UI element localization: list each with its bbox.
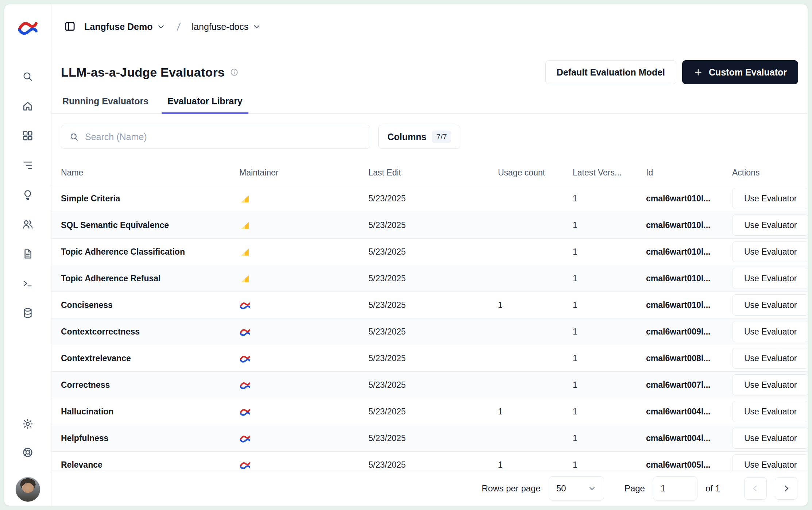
terminal-icon[interactable] bbox=[22, 277, 34, 290]
evaluator-name: SQL Semantic Equivalence bbox=[51, 220, 234, 230]
evaluator-id: cmal6wart007l... bbox=[641, 380, 727, 390]
dashboard-grid-icon[interactable] bbox=[22, 130, 34, 142]
use-evaluator-button[interactable]: Use Evaluator bbox=[732, 241, 808, 262]
column-header-id[interactable]: Id bbox=[641, 161, 727, 185]
tab-running-evaluators[interactable]: Running Evaluators bbox=[57, 96, 154, 114]
sidebar-logo-area bbox=[17, 4, 38, 49]
column-header-usage[interactable]: Usage count bbox=[493, 161, 568, 185]
evaluator-name: Relevance bbox=[51, 460, 234, 470]
resource-name: langfuse-docs bbox=[192, 22, 249, 32]
maintainer-cell bbox=[234, 353, 363, 364]
resource-selector[interactable]: langfuse-docs bbox=[192, 22, 262, 32]
user-avatar[interactable] bbox=[15, 477, 40, 502]
table-toolbar: Columns 7/7 bbox=[51, 125, 808, 149]
table-row[interactable]: Topic Adherence Refusal 5/23/2025 1 cmal… bbox=[51, 265, 808, 292]
evaluator-name: Simple Criteria bbox=[51, 194, 234, 204]
page-of-label: of 1 bbox=[705, 483, 720, 494]
search-input[interactable] bbox=[85, 132, 362, 142]
columns-label: Columns bbox=[387, 132, 426, 142]
table-row[interactable]: Helpfulness 5/23/2025 1 cmal6wart004l...… bbox=[51, 425, 808, 452]
latest-version: 1 bbox=[568, 247, 641, 257]
evaluator-id: cmal6wart010l... bbox=[641, 274, 727, 283]
column-header-name[interactable]: Name bbox=[51, 161, 234, 185]
actions-cell: Use Evaluator bbox=[727, 428, 808, 449]
latest-version: 1 bbox=[568, 380, 641, 390]
column-header-latest[interactable]: Latest Vers... bbox=[568, 161, 641, 185]
column-header-maint[interactable]: Maintainer bbox=[234, 161, 363, 185]
tab-bar: Running Evaluators Evaluator Library bbox=[51, 96, 808, 114]
last-edit: 5/23/2025 bbox=[363, 380, 493, 390]
tab-evaluator-library[interactable]: Evaluator Library bbox=[162, 96, 248, 114]
rows-per-page-value: 50 bbox=[556, 483, 566, 494]
use-evaluator-button[interactable]: Use Evaluator bbox=[732, 294, 808, 316]
use-evaluator-button[interactable]: Use Evaluator bbox=[732, 268, 808, 289]
latest-version: 1 bbox=[568, 274, 641, 283]
users-icon[interactable] bbox=[22, 218, 34, 231]
sidebar-toggle-icon[interactable] bbox=[64, 20, 76, 33]
maintainer-cell bbox=[234, 193, 363, 204]
table-row[interactable]: Topic Adherence Classification 5/23/2025… bbox=[51, 239, 808, 265]
ragas-maintainer-icon bbox=[239, 246, 251, 258]
columns-count-badge: 7/7 bbox=[432, 131, 451, 143]
use-evaluator-button[interactable]: Use Evaluator bbox=[732, 321, 808, 342]
default-evaluation-model-button[interactable]: Default Evaluation Model bbox=[545, 60, 676, 84]
actions-cell: Use Evaluator bbox=[727, 348, 808, 369]
rows-per-page-select[interactable]: 50 bbox=[549, 476, 604, 501]
evaluator-name: Contextcorrectness bbox=[51, 327, 234, 337]
use-evaluator-button[interactable]: Use Evaluator bbox=[732, 401, 808, 422]
maintainer-cell bbox=[234, 220, 363, 231]
table-row[interactable]: Conciseness 5/23/2025 1 1 cmal6wart010l.… bbox=[51, 292, 808, 318]
search-icon[interactable] bbox=[22, 70, 34, 83]
use-evaluator-button[interactable]: Use Evaluator bbox=[732, 215, 808, 236]
evaluator-name: Contextrelevance bbox=[51, 353, 234, 363]
main-area: Langfuse Demo langfuse-docs LLM-as-a-Jud… bbox=[51, 4, 808, 506]
column-header-edit[interactable]: Last Edit bbox=[363, 161, 493, 185]
actions-cell: Use Evaluator bbox=[727, 215, 808, 236]
chevron-down-icon bbox=[588, 484, 596, 493]
evaluator-id: cmal6wart004l... bbox=[641, 407, 727, 417]
sidebar-nav bbox=[22, 70, 34, 319]
search-icon bbox=[69, 132, 79, 142]
project-selector[interactable]: Langfuse Demo bbox=[84, 22, 166, 32]
use-evaluator-button[interactable]: Use Evaluator bbox=[732, 348, 808, 369]
table-row[interactable]: Simple Criteria 5/23/2025 1 cmal6wart010… bbox=[51, 185, 808, 212]
table-row[interactable]: Hallucination 5/23/2025 1 1 cmal6wart004… bbox=[51, 398, 808, 425]
table-row[interactable]: Contextrelevance 5/23/2025 1 cmal6wart00… bbox=[51, 345, 808, 372]
use-evaluator-button[interactable]: Use Evaluator bbox=[732, 374, 808, 395]
evaluator-id: cmal6wart005l... bbox=[641, 460, 727, 470]
table-row[interactable]: Relevance 5/23/2025 1 1 cmal6wart005l...… bbox=[51, 452, 808, 471]
evaluator-name: Helpfulness bbox=[51, 433, 234, 443]
next-page-button[interactable] bbox=[775, 477, 797, 500]
table-row[interactable]: Correctness 5/23/2025 1 cmal6wart007l...… bbox=[51, 372, 808, 398]
custom-evaluator-button[interactable]: Custom Evaluator bbox=[682, 60, 798, 84]
ragas-maintainer-icon bbox=[239, 273, 251, 284]
document-icon[interactable] bbox=[22, 248, 34, 260]
last-edit: 5/23/2025 bbox=[363, 300, 493, 310]
maintainer-cell bbox=[234, 246, 363, 258]
previous-page-button[interactable] bbox=[744, 477, 767, 500]
home-icon[interactable] bbox=[22, 100, 34, 112]
last-edit: 5/23/2025 bbox=[363, 353, 493, 363]
table-row[interactable]: Contextcorrectness 5/23/2025 1 cmal6wart… bbox=[51, 318, 808, 345]
use-evaluator-button[interactable]: Use Evaluator bbox=[732, 454, 808, 471]
maintainer-cell bbox=[234, 406, 363, 417]
use-evaluator-button[interactable]: Use Evaluator bbox=[732, 188, 808, 209]
lightbulb-icon[interactable] bbox=[22, 189, 34, 201]
info-icon[interactable] bbox=[230, 68, 239, 77]
support-lifebuoy-icon[interactable] bbox=[22, 446, 34, 459]
columns-button[interactable]: Columns 7/7 bbox=[378, 125, 460, 149]
traces-tree-icon[interactable] bbox=[22, 159, 34, 171]
latest-version: 1 bbox=[568, 433, 641, 443]
sidebar-bottom bbox=[15, 418, 40, 502]
latest-version: 1 bbox=[568, 194, 641, 204]
database-icon[interactable] bbox=[22, 307, 34, 319]
use-evaluator-button[interactable]: Use Evaluator bbox=[732, 428, 808, 449]
page-input[interactable] bbox=[653, 476, 697, 501]
chevron-right-icon bbox=[781, 483, 791, 494]
langfuse-logo-icon[interactable] bbox=[17, 16, 38, 38]
table-row[interactable]: SQL Semantic Equivalence 5/23/2025 1 cma… bbox=[51, 212, 808, 239]
settings-gear-icon[interactable] bbox=[22, 418, 34, 430]
evaluator-id: cmal6wart010l... bbox=[641, 220, 727, 230]
table-body: Simple Criteria 5/23/2025 1 cmal6wart010… bbox=[51, 185, 808, 471]
usage-count: 1 bbox=[493, 300, 568, 310]
